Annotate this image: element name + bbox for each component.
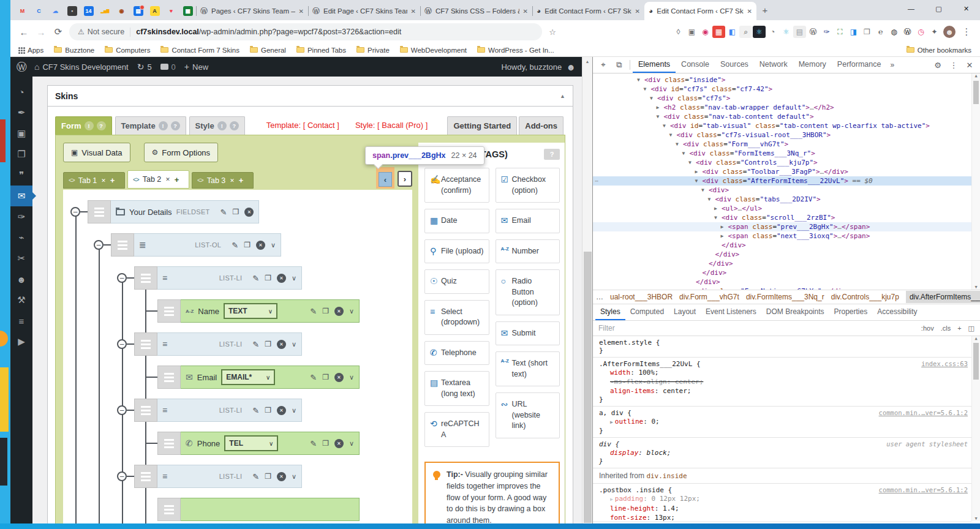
tree-field-row[interactable] <box>157 498 360 521</box>
chevron-down-icon[interactable]: ∨ <box>292 473 296 481</box>
palette-field-file[interactable]: ⚲File (upload) <box>424 239 489 264</box>
rule-selector[interactable]: element.style { <box>599 339 660 347</box>
palette-help-button[interactable]: ? <box>544 149 560 160</box>
chevron-down-icon[interactable]: ∨ <box>292 274 296 282</box>
tree-list-ol-row[interactable]: ≣LIST-OL✎❐✕∨ <box>111 233 281 257</box>
builder-tab[interactable]: <>Tab 1✕+ <box>63 172 125 189</box>
palette-field-telephone[interactable]: ✆Telephone <box>424 341 489 366</box>
new-content-link[interactable]: + New <box>184 62 208 72</box>
copy-icon[interactable]: ❐ <box>265 406 271 415</box>
edit-icon[interactable]: ✎ <box>221 208 227 217</box>
dom-node[interactable]: ▼<div class="scroll___2rzBI"> <box>593 213 980 222</box>
browser-menu-icon[interactable]: ⋮ <box>958 26 975 37</box>
breadcrumb-overflow[interactable]: … <box>596 293 603 301</box>
expanded-arrow-icon[interactable]: ▼ <box>650 94 653 103</box>
filter-input[interactable]: Filter <box>598 324 615 332</box>
pinned-tab-analytics[interactable]: ▂▅▇ <box>97 2 113 20</box>
rule-selector[interactable]: div { <box>599 440 619 448</box>
css-declaration[interactable]: -ms-flex-align: center; <box>599 377 968 386</box>
bookmark-folder[interactable]: WebDevelopment <box>400 47 467 54</box>
type-dropdown[interactable]: EMAIL*∨ <box>221 369 275 385</box>
inspect-element-icon[interactable]: ⌖ <box>595 60 611 70</box>
bookmark-folder[interactable]: Contact Form 7 Skins <box>160 47 239 54</box>
expanded-arrow-icon[interactable]: ▼ <box>714 213 717 222</box>
chevron-down-icon[interactable]: ∨ <box>349 307 354 315</box>
bookmark-folder[interactable]: Buzztone <box>54 47 94 54</box>
select-frame-icon[interactable]: ⛶ <box>834 26 846 38</box>
tab-add-icon[interactable]: + <box>175 175 179 184</box>
comments-link[interactable]: 0 <box>160 62 176 72</box>
expanded-arrow-icon[interactable]: ▼ <box>701 186 704 195</box>
expanded-arrow-icon[interactable]: ▼ <box>688 158 692 167</box>
scrollbar-up-icon[interactable]: ▲ <box>582 57 592 66</box>
other-bookmarks[interactable]: Other bookmarks <box>907 47 971 54</box>
styles-tab-event-listeners[interactable]: Event Listeners <box>701 304 761 320</box>
styles-tab-computed[interactable]: Computed <box>625 304 669 320</box>
css-declaration[interactable]: display: block; <box>599 448 968 457</box>
dom-node[interactable]: ▼<div class="Form___vhG7t"> <box>593 140 980 149</box>
pinned-tab-c-app[interactable]: C <box>31 2 47 20</box>
camera-icon[interactable]: ▣ <box>685 26 698 38</box>
security-label[interactable]: Not secure <box>88 28 124 36</box>
pinned-tab-docs[interactable]: ▤ <box>130 2 146 20</box>
skins-tab-getting-started[interactable]: Getting Started <box>447 116 517 135</box>
tab-close-icon[interactable]: ✕ <box>230 178 235 184</box>
dom-node[interactable]: ▼<div id="tab-visual" class="tab-content… <box>593 121 980 130</box>
delete-icon[interactable]: ✕ <box>277 406 286 415</box>
sidebar-item-comments[interactable]: ❞ <box>10 165 32 186</box>
delete-icon[interactable]: ✕ <box>334 439 344 448</box>
dom-node[interactable]: ▶<span class="prev___2BgHx">…</span> <box>593 222 980 231</box>
rule-selector[interactable]: .AfterFormItems___22UvL { <box>599 360 701 368</box>
alert-badge[interactable]: ! <box>85 121 94 130</box>
tab-scroll-prev-button[interactable]: ‹ <box>379 172 392 187</box>
browser-tab[interactable]: ◕Edit Contact Form ‹ CF7 Skins✕ <box>644 2 756 20</box>
red-grid-icon[interactable]: ▦ <box>712 26 725 38</box>
node-overflow-icon[interactable]: ⋯ <box>595 176 599 186</box>
blue-badge-icon[interactable]: ◨ <box>847 26 860 38</box>
address-bar[interactable]: ⚠ Not secure cf7skinsdev.local /wp-admin… <box>69 23 542 40</box>
tab-close-icon[interactable]: ✕ <box>411 8 416 15</box>
styles-tab-styles[interactable]: Styles <box>595 304 625 320</box>
edit-icon[interactable]: ✎ <box>252 274 259 283</box>
wp-gray-icon[interactable]: Ⓦ <box>807 26 820 38</box>
css-declaration[interactable]: ▶padding: 0 12px 12px; <box>599 494 968 504</box>
copy-icon[interactable]: ❐ <box>322 439 329 448</box>
maximize-button[interactable]: ▢ <box>925 0 952 17</box>
palette-field-text[interactable]: A-ZText (short text) <box>496 351 560 386</box>
bookmark-folder[interactable]: General <box>250 47 286 54</box>
palette-field-number[interactable]: A-ZNumber <box>496 239 560 264</box>
pinned-tab-heart[interactable]: ♥ <box>163 2 179 20</box>
skins-tab-template[interactable]: Template!? <box>115 116 186 135</box>
pinned-tab-gmail[interactable]: M <box>14 2 31 20</box>
dom-node[interactable]: ▼<div class="nav-tab-content default"> <box>593 112 980 121</box>
devtools-tab-network[interactable]: Network <box>754 57 793 73</box>
expand-icon[interactable]: ▶ <box>610 497 613 502</box>
apps-grid-icon[interactable] <box>18 47 20 49</box>
palette-field-checkbox[interactable]: ☑Checkbox (option) <box>496 168 560 203</box>
copy-icon[interactable]: ❐ <box>322 307 329 315</box>
dom-node[interactable]: </div> <box>593 250 980 259</box>
sidebar-item-tools[interactable]: ⚒ <box>10 290 32 310</box>
devtools-tab-performance[interactable]: Performance <box>832 57 887 73</box>
sidebar-item-dashboard[interactable]: ◔ <box>10 81 32 102</box>
eyedropper-icon[interactable]: ✑ <box>820 26 833 38</box>
more-tabs-icon[interactable]: » <box>886 61 898 69</box>
tree-fieldset-row[interactable]: Your DetailsFIELDSET✎❐✕ <box>88 200 246 223</box>
breadcrumb-item[interactable]: div.Form___vhG7t <box>679 293 739 301</box>
builder-tab[interactable]: <>Tab 2✕+ <box>127 170 189 189</box>
page-scrollbar[interactable]: ▲ <box>582 57 592 529</box>
browser-tab[interactable]: ◕Edit Contact Form ‹ CF7 Skins✕ <box>532 2 644 20</box>
palette-field-radio[interactable]: ○Radio Button (option) <box>496 269 560 315</box>
collapsed-arrow-icon[interactable]: ▶ <box>721 222 724 231</box>
minimize-button[interactable]: — <box>897 0 925 17</box>
tab-close-icon[interactable]: ✕ <box>299 8 304 15</box>
collapse-toggle[interactable]: – <box>117 405 127 415</box>
builder-tab[interactable]: <>Tab 3✕+ <box>192 172 254 189</box>
dom-node[interactable]: ▶<div class="Toolbar___3FagP">…</div> <box>593 167 980 176</box>
site-name-link[interactable]: ⌂ CF7 Skins Development <box>34 62 129 72</box>
css-declaration[interactable]: width: 100%; <box>599 368 968 377</box>
browser-tab[interactable]: ⓌPages ‹ CF7 Skins Team — Wo✕ <box>196 2 308 20</box>
copy-icon[interactable]: ❐ <box>265 472 271 481</box>
expanded-arrow-icon[interactable]: ▼ <box>669 130 673 140</box>
breadcrumb-item[interactable]: ual-root___3HBOR <box>610 293 673 301</box>
